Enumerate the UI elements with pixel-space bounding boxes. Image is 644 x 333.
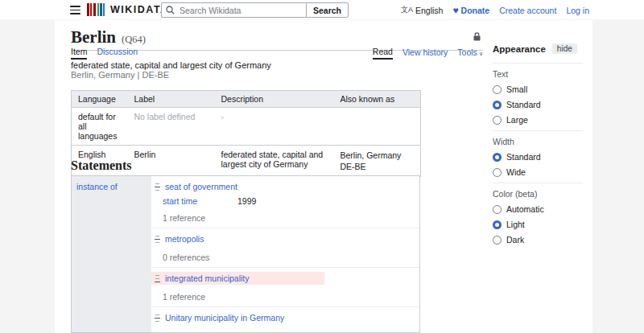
column-header-label: Label (128, 91, 215, 108)
radio-color-light[interactable]: Light (493, 220, 583, 229)
column-header-also-known-as: Also known as (334, 91, 421, 108)
term-label[interactable]: Berlin (128, 146, 215, 177)
statements-heading: Statements (71, 158, 132, 173)
radio-icon[interactable] (493, 168, 502, 177)
donate-link[interactable]: ♥ Donate (452, 6, 489, 15)
window-scrollbar[interactable] (637, 0, 644, 333)
appearance-panel: Appearance hide Text Small Standard Larg… (493, 43, 583, 250)
radio-checked-icon[interactable] (493, 101, 502, 109)
property-link-instance-of[interactable]: instance of (76, 182, 118, 191)
claim-value-link[interactable]: integrated municipality (165, 273, 249, 283)
radio-width-standard[interactable]: Standard (493, 152, 583, 162)
statement-claim: integrated municipality 1 reference (151, 268, 419, 307)
column-header-language: Language (72, 91, 128, 108)
rank-selector-icon[interactable] (155, 183, 160, 191)
statement-property-column: instance of (72, 176, 151, 332)
wikidata-logo[interactable]: WIKIDATA (87, 3, 169, 16)
language-selector[interactable]: 文A English (401, 5, 443, 15)
claim-qualifier: start time 1999 (163, 196, 419, 206)
claim-value-row-deprecated: integrated municipality (151, 272, 324, 285)
claim-value-row: Unitary municipality in Germany (151, 311, 287, 324)
entity-aliases: Berlin, Germany | DE-BE (71, 70, 169, 80)
tab-read[interactable]: Read (373, 47, 393, 60)
search-input[interactable] (161, 2, 306, 18)
radio-icon[interactable] (493, 236, 502, 245)
protection-lock-icon (473, 32, 481, 41)
tab-view-history[interactable]: View history (402, 47, 448, 59)
create-account-link[interactable]: Create account (499, 6, 556, 15)
qualifier-property-link[interactable]: start time (163, 196, 237, 206)
appearance-section-text: Text (493, 63, 583, 79)
radio-icon[interactable] (493, 85, 502, 94)
radio-color-dark[interactable]: Dark (493, 235, 583, 245)
header-user-links: 文A English ♥ Donate Create account Log i… (401, 0, 589, 20)
donate-label: Donate (461, 6, 490, 15)
column-header-description: Description (215, 91, 334, 108)
claim-value-row: metropolis (151, 232, 207, 245)
radio-icon[interactable] (493, 116, 502, 125)
radio-checked-icon[interactable] (493, 153, 502, 162)
content-area: Berlin (Q64) Item Discussion Read View h… (55, 20, 592, 333)
references-toggle[interactable]: 0 references (163, 253, 419, 262)
statement-claims-column: seat of government start time 1999 1 ref… (151, 176, 419, 332)
radio-icon[interactable] (493, 205, 502, 214)
appearance-hide-button[interactable]: hide (552, 43, 577, 54)
language-label: English (415, 6, 443, 15)
claim-value-row: seat of government (151, 180, 241, 193)
terms-table-header-row: Language Label Description Also known as (72, 91, 421, 108)
rank-selector-icon[interactable] (155, 274, 160, 283)
hamburger-menu-icon[interactable] (70, 6, 80, 14)
appearance-title: Appearance (493, 44, 546, 54)
term-description[interactable]: - (215, 108, 334, 146)
language-icon: 文A (401, 5, 413, 15)
term-aliases (334, 108, 421, 146)
radio-text-large[interactable]: Large (493, 115, 583, 125)
statement-group: instance of seat of government start tim… (71, 175, 420, 333)
page-title: Berlin (71, 27, 116, 47)
chevron-down-icon: ∨ (479, 51, 483, 56)
wikidata-logo-barcode-icon (87, 3, 105, 16)
search-icon (166, 6, 175, 14)
qualifier-value: 1999 (237, 196, 256, 206)
tab-bar: Item Discussion Read View history Tools∨ (71, 47, 483, 60)
login-link[interactable]: Log in (566, 6, 589, 15)
top-header: WIKIDATA Search 文A English ♥ Donate Crea… (0, 0, 644, 20)
entity-id: (Q64) (122, 34, 146, 45)
statement-claim: Unitary municipality in Germany 1 refere… (151, 307, 419, 333)
radio-width-wide[interactable]: Wide (493, 167, 583, 177)
rank-selector-icon[interactable] (155, 314, 160, 323)
table-row: default for all languages No label defin… (72, 108, 421, 146)
claim-value-link[interactable]: seat of government (165, 182, 237, 191)
claim-value-link[interactable]: metropolis (165, 234, 204, 244)
entity-description: federated state, capital and largest cit… (71, 60, 271, 70)
tab-item[interactable]: Item (71, 47, 87, 60)
statement-claim: metropolis 0 references (151, 228, 419, 268)
term-label[interactable]: No label defined (128, 108, 215, 146)
appearance-section-color: Color (beta) (493, 183, 583, 199)
appearance-section-width: Width (493, 130, 583, 146)
tab-discussion[interactable]: Discussion (97, 47, 138, 60)
heart-icon: ♥ (452, 6, 458, 15)
radio-checked-icon[interactable] (493, 220, 502, 229)
radio-text-standard[interactable]: Standard (493, 100, 583, 109)
radio-color-automatic[interactable]: Automatic (493, 204, 583, 214)
term-aliases[interactable]: Berlin, Germany DE-BE (334, 146, 421, 177)
term-language: default for all languages (72, 108, 128, 146)
search-button[interactable]: Search (306, 2, 349, 18)
radio-text-small[interactable]: Small (493, 84, 583, 94)
search-bar: Search (161, 2, 349, 18)
term-description[interactable]: federated state, capital and largest cit… (215, 146, 334, 177)
tools-menu[interactable]: Tools∨ (457, 47, 483, 59)
references-toggle[interactable]: 1 reference (163, 292, 419, 302)
rank-selector-icon[interactable] (155, 235, 160, 244)
statement-claim: seat of government start time 1999 1 ref… (151, 176, 419, 228)
wikidata-logo-text: WIKIDATA (110, 4, 169, 15)
claim-value-link[interactable]: Unitary municipality in Germany (165, 313, 284, 323)
references-toggle[interactable]: 1 reference (163, 213, 419, 223)
